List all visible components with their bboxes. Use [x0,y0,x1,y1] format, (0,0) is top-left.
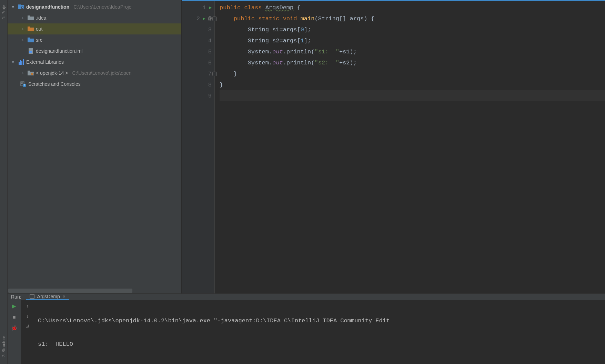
tree-jdk-path: C:\Users\Lenovo\.jdks\open [72,70,131,76]
svg-rect-7 [28,27,30,28]
line-number: 5 [205,49,212,55]
line-number: 1 [199,4,206,11]
line-number: 3 [205,27,212,33]
tree-jdk[interactable]: › < openjdk-14 > C:\Users\Lenovo\.jdks\o… [8,67,181,79]
run-tab[interactable]: ArgsDemp × [26,294,69,300]
tree-root[interactable]: ▾ designandfunction C:\Users\Lenovo\Idea… [8,1,181,12]
svg-rect-1 [18,4,21,6]
tree-item-label: Scratches and Consoles [28,81,81,87]
tree-external-libraries[interactable]: ▾ External Libraries [8,56,181,67]
scratches-icon [20,81,26,87]
tree-item-label: out [36,26,42,32]
run-tool-window[interactable]: Run: ArgsDemp × ▶ ■ 🐞 ↑ ↓ ↲ C:\Users\Len… [8,293,605,364]
close-tab-icon[interactable]: × [63,294,65,299]
override-icon[interactable]: @ [208,15,212,22]
run-config-icon [30,294,34,299]
console-line: C:\Users\Lenovo\.jdks\openjdk-14.0.2\bin… [38,315,601,326]
run-header: Run: ArgsDemp × [8,294,605,300]
chevron-right-icon[interactable]: › [20,27,26,31]
iml-file-icon [28,48,34,54]
console-line: s2: WORLD [38,362,601,364]
fold-handle-icon[interactable] [212,17,217,21]
stop-button[interactable]: ■ [12,314,16,320]
tree-jdk-label: < openjdk-14 > [36,70,68,76]
module-folder-icon [18,4,24,10]
jdk-folder-icon [28,70,34,76]
line-number: 8 [205,82,212,88]
folder-icon [28,37,34,43]
tree-item-idea[interactable]: › .idea [8,12,181,23]
tree-root-name: designandfunction [26,4,69,10]
folder-icon [28,15,34,21]
run-gutter-icon[interactable]: ▶ [209,5,212,10]
console-line: s1: HELLO [38,339,601,349]
chevron-right-icon[interactable]: › [20,16,26,20]
tree-item-label: .idea [36,15,46,21]
method-name: main [301,15,315,22]
code-area[interactable]: public class ArgsDemp { public static vo… [215,1,605,293]
line-number: 9 [205,93,212,99]
chevron-right-icon[interactable]: › [20,38,26,42]
tree-item-iml[interactable]: designandfunction.iml [8,45,181,56]
up-stacktrace-icon[interactable]: ↑ [26,303,29,309]
console-output[interactable]: C:\Users\Lenovo\.jdks\openjdk-14.0.2\bin… [34,300,605,364]
svg-rect-5 [28,15,30,17]
editor-gutter[interactable]: 1▶ 2▶@ 3 4 5 6 7 8 9 [182,1,215,293]
tree-scratches[interactable]: Scratches and Consoles [8,79,181,90]
left-tool-window-bar[interactable]: 1: Proje 7: Structure [0,0,8,364]
soft-wrap-icon[interactable]: ↲ [26,324,30,329]
svg-rect-3 [22,7,23,8]
tree-item-label: External Libraries [26,59,64,65]
tree-item-src[interactable]: › src [8,34,181,45]
svg-rect-13 [28,71,30,72]
debug-button[interactable]: 🐞 [11,325,18,331]
run-label: Run: [11,294,21,300]
libraries-icon [18,59,24,65]
line-number: 6 [205,60,212,66]
tree-item-label: src [36,37,42,43]
run-gutter-icon[interactable]: ▶ [203,16,205,21]
line-number: 4 [205,38,212,44]
svg-rect-11 [29,51,32,53]
svg-rect-9 [28,38,30,39]
line-number: 2 [193,15,200,22]
code-editor[interactable]: 1▶ 2▶@ 3 4 5 6 7 8 9 public class ArgsDe… [182,0,605,293]
tree-item-out[interactable]: › out [8,23,181,34]
run-tab-name: ArgsDemp [37,294,60,299]
console-toolbar: ↑ ↓ ↲ [21,300,34,364]
rerun-button[interactable]: ▶ [12,303,16,309]
down-stacktrace-icon[interactable]: ↓ [26,313,29,319]
fold-handle-icon[interactable] [212,72,217,76]
chevron-right-icon[interactable]: › [20,71,26,75]
project-tool-label[interactable]: 1: Proje [1,5,6,19]
structure-tool-label[interactable]: 7: Structure [1,336,6,357]
run-toolbar: ▶ ■ 🐞 [8,300,21,364]
tree-item-label: designandfunction.iml [36,48,82,54]
current-line[interactable] [220,90,605,101]
project-tree-panel[interactable]: ▾ designandfunction C:\Users\Lenovo\Idea… [8,0,182,293]
tree-root-path: C:\Users\Lenovo\IdeaProje [73,4,131,10]
chevron-down-icon[interactable]: ▾ [10,60,16,64]
line-number: 7 [205,71,212,77]
class-name: ArgsDemp [265,4,294,11]
svg-rect-15 [31,73,33,75]
horizontal-scrollbar[interactable] [8,289,132,293]
folder-icon [28,26,34,32]
chevron-down-icon[interactable]: ▾ [10,5,16,9]
